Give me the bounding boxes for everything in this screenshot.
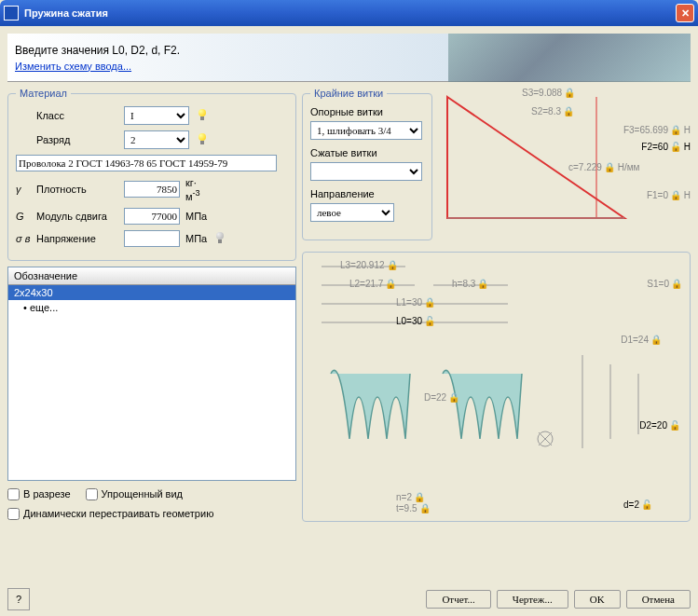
report-button[interactable]: Отчет...: [426, 590, 490, 609]
end-coils-panel: Крайние витки Опорные витки 1, шлифовать…: [302, 88, 432, 240]
closed-select[interactable]: [310, 162, 422, 181]
help-button[interactable]: ?: [7, 588, 30, 610]
support-label: Опорные витки: [310, 106, 424, 117]
drawing-button[interactable]: Чертеж...: [497, 590, 568, 609]
material-panel: Материал Класс I Разряд 2 γ: [7, 88, 296, 261]
prompt-text: Введите значения L0, D2, d, F2.: [15, 44, 180, 57]
banner-image: [448, 34, 691, 82]
stress-label: Напряжение: [36, 233, 120, 244]
window-title: Пружина сжатия: [24, 7, 676, 19]
shear-sym: G: [16, 211, 33, 222]
list-header: Обозначение: [8, 267, 295, 285]
density-label: Плотность: [36, 184, 120, 195]
close-button[interactable]: ✕: [676, 4, 694, 22]
stress-input[interactable]: [124, 230, 180, 247]
bulb-icon: [214, 232, 226, 245]
designation-list[interactable]: Обозначение 2x24x30 • еще...: [7, 267, 296, 481]
grade-select[interactable]: 2: [124, 130, 189, 149]
closed-label: Сжатые витки: [310, 147, 424, 158]
cancel-button[interactable]: Отмена: [626, 590, 691, 609]
ok-button[interactable]: OK: [574, 590, 621, 609]
simple-check[interactable]: Упрощенный вид: [86, 488, 183, 500]
section-check[interactable]: В разрезе: [7, 488, 71, 500]
density-input[interactable]: [124, 181, 180, 198]
density-sym: γ: [16, 184, 33, 195]
spring-diagram: L3=20.912🔒 L2=21.7🔒 h=8.3🔒 S1=0🔒 L1=30🔒 …: [302, 252, 691, 522]
list-item[interactable]: 2x24x30: [8, 285, 295, 300]
wire-input[interactable]: [16, 155, 277, 171]
support-select[interactable]: 1, шлифовать 3/4: [310, 121, 422, 140]
direction-label: Направление: [310, 188, 424, 199]
list-item-more[interactable]: • еще...: [8, 300, 295, 315]
density-unit: кг·м-3: [185, 177, 200, 202]
direction-select[interactable]: левое: [310, 203, 394, 222]
end-coils-legend: Крайние витки: [310, 88, 387, 99]
shear-input[interactable]: [124, 208, 180, 225]
stress-unit: МПа: [185, 233, 207, 244]
class-select[interactable]: I: [124, 106, 189, 125]
bulb-icon: [197, 109, 208, 122]
change-scheme-link[interactable]: Изменить схему ввода...: [15, 61, 131, 72]
dynamic-check[interactable]: Динамически перестраивать геометрию: [7, 508, 213, 520]
shear-label: Модуль сдвига: [36, 211, 120, 222]
class-label: Класс: [36, 110, 120, 121]
app-icon: [4, 6, 19, 21]
shear-unit: МПа: [185, 211, 207, 222]
stress-sym: σ в: [16, 233, 33, 244]
material-legend: Материал: [16, 88, 71, 99]
grade-label: Разряд: [36, 134, 120, 145]
bulb-icon: [197, 133, 208, 146]
